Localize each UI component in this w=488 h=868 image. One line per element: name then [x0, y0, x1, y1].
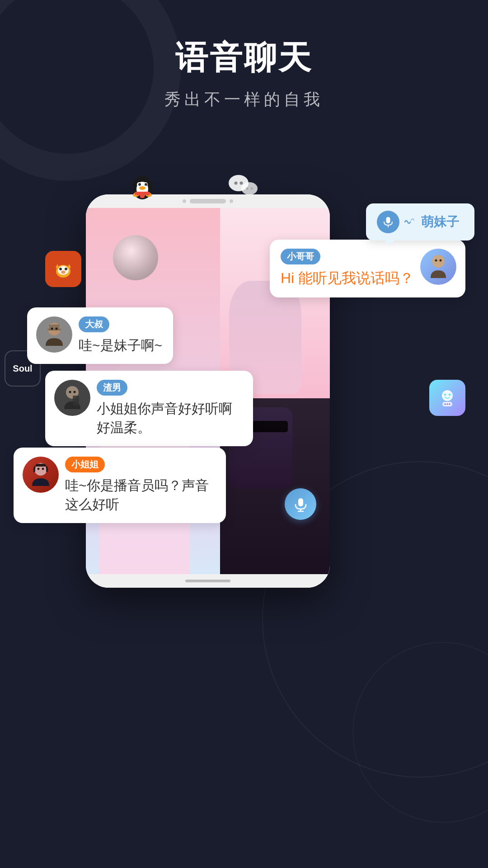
- msg-tag-zhan: 渣男: [97, 380, 127, 396]
- svg-point-7: [139, 186, 145, 190]
- message-bubble-dashu: 大叔 哇~是妹子啊~: [27, 307, 173, 364]
- voice-waves-icon: [403, 216, 416, 228]
- ai-chat-icon: [429, 380, 465, 416]
- voice-bubble-label: 萌妹子: [421, 213, 459, 231]
- soul-label: Soul: [13, 363, 32, 374]
- msg-body-xiaogege: 小哥哥 Hi 能听见我说话吗？: [281, 249, 414, 288]
- phone-dot: [183, 199, 186, 203]
- svg-point-29: [444, 403, 446, 405]
- svg-rect-35: [386, 217, 390, 223]
- svg-point-16: [246, 188, 249, 190]
- svg-point-46: [69, 391, 71, 393]
- svg-marker-22: [56, 264, 59, 269]
- header: 语音聊天 秀出不一样的自我: [0, 36, 488, 111]
- svg-point-39: [440, 259, 442, 262]
- msg-body-xiaojiejie: 小姐姐 哇~你是播音员吗？声音这么好听: [65, 457, 215, 514]
- msg-text-zhan: 小姐姐你声音好好听啊好温柔。: [97, 399, 242, 437]
- msg-text-dashu: 哇~是妹子啊~: [79, 336, 162, 355]
- page-subtitle: 秀出不一样的自我: [0, 89, 488, 111]
- svg-point-20: [59, 268, 62, 270]
- svg-point-37: [432, 255, 445, 268]
- svg-rect-32: [298, 498, 303, 506]
- msg-text-xiaojiejie: 哇~你是播音员吗？声音这么好听: [65, 476, 215, 514]
- phone-mic-button[interactable]: [285, 488, 316, 520]
- svg-point-5: [138, 183, 141, 186]
- phone-speaker: [190, 199, 226, 203]
- svg-point-51: [42, 468, 44, 470]
- svg-point-30: [446, 403, 448, 405]
- msg-avatar-dashu: [36, 316, 72, 353]
- message-bubble-zhan: 渣男 小姐姐你声音好好听啊好温柔。: [45, 371, 253, 446]
- svg-point-44: [56, 328, 58, 330]
- page-title: 语音聊天: [0, 36, 488, 80]
- voice-bubble: 萌妹子: [366, 203, 474, 241]
- svg-rect-11: [140, 192, 145, 198]
- qq-icon: [127, 167, 158, 203]
- phone-bottom-bar: [86, 574, 330, 588]
- svg-point-25: [442, 390, 453, 401]
- svg-point-43: [51, 328, 53, 330]
- svg-point-24: [61, 271, 66, 274]
- msg-body-dashu: 大叔 哇~是妹子啊~: [79, 316, 162, 355]
- svg-point-14: [240, 182, 243, 185]
- svg-point-27: [449, 394, 451, 396]
- msg-tag-xiaojiejie: 小姐姐: [65, 457, 105, 472]
- msg-avatar-zhan: [54, 380, 90, 416]
- svg-point-21: [65, 268, 67, 270]
- msg-avatar-xiaogege: [420, 249, 456, 285]
- msg-body-zhan: 渣男 小姐姐你声音好好听啊好温柔。: [97, 380, 242, 437]
- msg-tag-xiaogege: 小哥哥: [281, 249, 320, 264]
- svg-point-13: [235, 182, 238, 185]
- message-bubble-xiaogege: 小哥哥 Hi 能听见我说话吗？: [270, 240, 465, 297]
- svg-point-26: [444, 394, 446, 396]
- wechat-icon: [226, 170, 262, 201]
- svg-point-50: [38, 468, 40, 470]
- svg-point-17: [251, 188, 253, 190]
- svg-point-47: [74, 391, 76, 393]
- svg-point-6: [145, 183, 147, 186]
- msg-tag-dashu: 大叔: [79, 316, 109, 332]
- svg-point-31: [449, 403, 450, 405]
- svg-rect-48: [73, 396, 79, 406]
- phone-home-bar: [185, 580, 230, 582]
- msg-avatar-xiaojiejie: [23, 457, 59, 493]
- phone-top-bar: [86, 194, 330, 208]
- msg-text-xiaogege: Hi 能听见我说话吗？: [281, 268, 414, 288]
- message-bubble-xiaojiejie: 小姐姐 哇~你是播音员吗？声音这么好听: [14, 448, 226, 523]
- squirrel-icon: [45, 251, 81, 287]
- svg-point-38: [435, 259, 437, 262]
- svg-point-15: [241, 182, 258, 195]
- voice-mic-icon: [377, 211, 399, 233]
- svg-rect-42: [47, 329, 61, 330]
- svg-marker-23: [67, 264, 71, 269]
